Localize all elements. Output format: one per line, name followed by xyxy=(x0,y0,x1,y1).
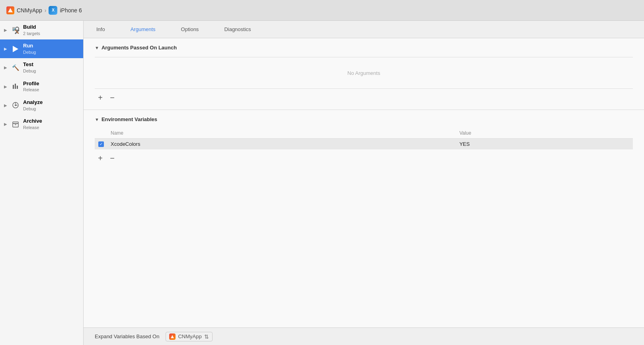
sidebar-item-archive[interactable]: ▶ Archive Release xyxy=(0,115,83,133)
archive-subtitle: Release xyxy=(23,125,42,130)
tab-options[interactable]: Options xyxy=(168,21,212,38)
env-section-header: ▼ Environment Variables xyxy=(95,116,633,122)
env-col-name: Name xyxy=(107,129,456,139)
test-subtitle: Debug xyxy=(23,68,36,74)
arguments-remove-button[interactable]: − xyxy=(108,94,116,102)
content-area: Info Arguments Options Diagnostics ▼ Arg… xyxy=(84,21,644,345)
profile-text: Profile Release xyxy=(23,80,39,93)
svg-rect-6 xyxy=(15,84,16,89)
archive-text: Archive Release xyxy=(23,118,42,130)
expand-arrow-analyze: ▶ xyxy=(4,103,8,108)
svg-text:🔨: 🔨 xyxy=(12,27,20,34)
profile-title: Profile xyxy=(23,80,39,87)
sidebar-item-profile[interactable]: ▶ Profile Release xyxy=(0,77,83,96)
expand-arrow-run: ▶ xyxy=(4,47,8,51)
env-remove-button[interactable]: − xyxy=(108,154,116,162)
tab-info[interactable]: Info xyxy=(84,21,118,38)
run-subtitle: Debug xyxy=(23,49,36,55)
build-icon: 🔨 xyxy=(11,26,20,35)
env-row-name: XcodeColors xyxy=(107,139,456,150)
build-subtitle: 2 targets xyxy=(23,31,40,36)
no-arguments-label: No Arguments xyxy=(347,70,380,76)
env-triangle[interactable]: ▼ xyxy=(95,117,99,122)
tab-diagnostics-label: Diagnostics xyxy=(224,26,251,32)
tab-info-label: Info xyxy=(96,26,105,32)
svg-rect-7 xyxy=(17,86,18,89)
env-section-title: Environment Variables xyxy=(101,116,157,122)
run-title: Run xyxy=(23,43,36,49)
analyze-subtitle: Debug xyxy=(23,106,43,112)
expand-arrow-profile: ▶ xyxy=(4,84,8,89)
arguments-section: ▼ Arguments Passed On Launch No Argument… xyxy=(84,38,644,110)
table-row: ✓ XcodeColors YES xyxy=(95,139,633,150)
expand-arrow-test: ▶ xyxy=(4,65,8,70)
svg-rect-13 xyxy=(13,122,18,123)
device-name: iPhone 6 xyxy=(60,7,82,14)
titlebar: CNMyApp › X iPhone 6 xyxy=(0,0,644,21)
analyze-text: Analyze Debug xyxy=(23,99,43,112)
arguments-section-title: Arguments Passed On Launch xyxy=(101,45,177,51)
sidebar-item-run[interactable]: ▶ Run Debug xyxy=(0,39,83,58)
expand-arrow-archive: ▶ xyxy=(4,122,8,126)
run-text: Run Debug xyxy=(23,43,36,55)
sidebar-item-test[interactable]: ▶ 🔨 Test Debug xyxy=(0,58,83,77)
tab-bar: Info Arguments Options Diagnostics xyxy=(84,21,644,38)
breadcrumb-separator: › xyxy=(45,7,47,14)
test-text: Test Debug xyxy=(23,61,36,74)
svg-rect-12 xyxy=(13,123,18,127)
env-col-checkbox xyxy=(95,129,107,139)
tab-options-label: Options xyxy=(181,26,199,32)
archive-title: Archive xyxy=(23,118,42,125)
env-col-value: Value xyxy=(456,129,633,139)
svg-marker-15 xyxy=(171,335,174,338)
expand-variables-label: Expand Variables Based On xyxy=(95,333,159,339)
env-row-checkbox[interactable]: ✓ xyxy=(98,141,104,147)
arguments-section-header: ▼ Arguments Passed On Launch xyxy=(95,45,633,51)
archive-icon xyxy=(11,120,20,129)
expand-variables-select[interactable]: CNMyApp ⇅ xyxy=(166,332,212,341)
app-name: CNMyApp xyxy=(17,7,42,14)
titlebar-content: CNMyApp › X iPhone 6 xyxy=(6,6,82,15)
app-icon xyxy=(6,6,14,14)
device-icon: X xyxy=(49,6,57,15)
svg-rect-5 xyxy=(13,85,14,89)
sidebar-item-analyze[interactable]: ▶ Analyze Debug xyxy=(0,96,83,115)
analyze-title: Analyze xyxy=(23,99,43,106)
env-row-checkbox-wrapper: ✓ xyxy=(98,141,104,147)
scheme-content: ▼ Arguments Passed On Launch No Argument… xyxy=(84,38,644,327)
bottom-app-icon xyxy=(169,333,176,340)
main-layout: ▶ 🔨 Build 2 targets ▶ Run xyxy=(0,21,644,345)
arguments-add-button[interactable]: + xyxy=(96,94,104,102)
stepper-icon: ⇅ xyxy=(204,333,209,340)
run-icon xyxy=(11,45,20,53)
analyze-icon xyxy=(11,101,20,110)
tab-arguments[interactable]: Arguments xyxy=(118,21,168,38)
profile-icon xyxy=(11,82,20,91)
arguments-empty-state: No Arguments xyxy=(95,57,633,89)
arguments-triangle[interactable]: ▼ xyxy=(95,45,99,50)
build-text: Build 2 targets xyxy=(23,24,40,36)
test-title: Test xyxy=(23,61,36,68)
env-row-value: YES xyxy=(456,139,633,150)
build-title: Build xyxy=(23,24,40,31)
profile-subtitle: Release xyxy=(23,87,39,92)
env-action-buttons: + − xyxy=(95,154,633,162)
env-row-checkbox-cell: ✓ xyxy=(95,139,107,150)
env-add-button[interactable]: + xyxy=(96,154,104,162)
svg-marker-0 xyxy=(8,8,13,12)
tab-diagnostics[interactable]: Diagnostics xyxy=(211,21,263,38)
bottom-bar: Expand Variables Based On CNMyApp ⇅ xyxy=(84,327,644,345)
sidebar: ▶ 🔨 Build 2 targets ▶ Run xyxy=(0,21,84,345)
sidebar-item-build[interactable]: ▶ 🔨 Build 2 targets xyxy=(0,21,83,39)
expand-variables-value: CNMyApp xyxy=(178,333,201,339)
env-table: Name Value ✓ xyxy=(95,129,633,149)
arguments-action-buttons: + − xyxy=(95,94,633,102)
test-icon: 🔨 xyxy=(11,63,20,72)
expand-arrow-build: ▶ xyxy=(4,28,8,32)
env-section: ▼ Environment Variables Name Value xyxy=(84,110,644,170)
tab-arguments-label: Arguments xyxy=(131,26,156,32)
